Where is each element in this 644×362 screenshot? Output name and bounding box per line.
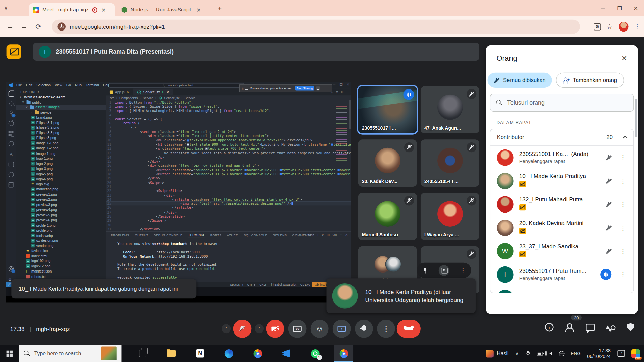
- chrome-active-button[interactable]: [334, 345, 353, 362]
- tile-participant[interactable]: 20. Kadek Dev...: [358, 139, 417, 187]
- network-icon[interactable]: [559, 351, 564, 356]
- file-row[interactable]: image 1.png: [16, 151, 106, 156]
- captions-button[interactable]: cc: [288, 320, 307, 338]
- participant-options-icon[interactable]: ⋮: [620, 154, 626, 161]
- split-editor-icon[interactable]: ◫: [341, 90, 343, 94]
- explorer-icon[interactable]: [9, 91, 14, 97]
- tile-participant[interactable]: I Wayan Arya ...: [421, 193, 479, 240]
- code-editor[interactable]: 1import Button from "../Button/Button"; …: [106, 100, 351, 231]
- back-button[interactable]: ←: [3, 22, 17, 31]
- file-row[interactable]: Ellipse 3-2.png: [16, 125, 106, 130]
- menu-item[interactable]: View: [55, 83, 62, 87]
- participant-options-icon[interactable]: ⋮: [620, 200, 626, 208]
- menu-item[interactable]: Selection: [36, 83, 51, 87]
- tile-participant[interactable]: 2405551054 I ...: [421, 139, 479, 187]
- status-language[interactable]: { } Babel JavaScript: [269, 283, 298, 286]
- search-icon[interactable]: [9, 101, 13, 105]
- tab-search-chevron-icon[interactable]: ∨: [4, 5, 8, 11]
- participant-options-icon[interactable]: ⋮: [620, 224, 626, 231]
- file-row[interactable]: tools.webp: [16, 233, 106, 238]
- kill-terminal-icon[interactable]: ⌫: [333, 233, 337, 237]
- site-mic-icon[interactable]: [57, 22, 65, 31]
- azure-icon[interactable]: A: [9, 152, 14, 157]
- tile-participant[interactable]: 47_Anak Agun...: [421, 86, 479, 133]
- file-row[interactable]: preview6.png: [16, 218, 106, 223]
- file-row[interactable]: logo-3.png: [16, 166, 106, 171]
- split-terminal-icon[interactable]: ◫: [327, 233, 330, 237]
- contributors-header[interactable]: Kontributor 20: [490, 129, 633, 146]
- terminal-dropdown-icon[interactable]: ∨: [322, 233, 324, 237]
- status-spaces[interactable]: Spaces: 4: [228, 283, 245, 286]
- panel-tab[interactable]: PORTS: [210, 233, 222, 238]
- participant-options-icon[interactable]: ⋮: [620, 271, 626, 278]
- status-eol[interactable]: CRLF: [257, 283, 269, 286]
- status-golive[interactable]: Go Live: [298, 283, 312, 286]
- participant-row[interactable]: I 2305551017 I Putu Ram... ⋮: [490, 286, 633, 293]
- maximize-panel-icon[interactable]: ⌃: [340, 233, 342, 237]
- menu-item[interactable]: File: [16, 83, 22, 87]
- news-widget[interactable]: Hasil: [486, 350, 508, 357]
- tray-mic-icon[interactable]: [525, 351, 530, 356]
- history-icon[interactable]: ◷: [336, 90, 338, 94]
- pin-icon[interactable]: [422, 267, 428, 273]
- file-row[interactable]: image 1-1.png: [16, 140, 106, 145]
- drag-grip-icon[interactable]: ⣿: [241, 86, 243, 90]
- browser-tab-nodejs[interactable]: Node.js — Run JavaScript Every ✕: [117, 3, 210, 16]
- url-bar[interactable]: meet.google.com/mgh-frap-xqz?pli=1: [52, 20, 580, 34]
- mic-options-chevron[interactable]: ⌃: [222, 324, 231, 333]
- minimize-button[interactable]: ─: [595, 5, 611, 11]
- language-indicator[interactable]: ENG: [571, 351, 581, 356]
- panel-tab[interactable]: PROBLEMS: [111, 233, 129, 238]
- panel-scrollbar[interactable]: [635, 99, 637, 137]
- chat-button[interactable]: [586, 324, 595, 331]
- browser-menu-icon[interactable]: ⋮: [634, 23, 641, 31]
- vscode-minimize-icon[interactable]: ─: [333, 83, 336, 86]
- file-row[interactable]: logo192.png: [16, 258, 106, 263]
- file-row[interactable]: profile-1.png: [16, 223, 106, 228]
- menu-item[interactable]: Go: [66, 83, 71, 87]
- stop-sharing-button[interactable]: Stop Sharing: [295, 86, 314, 90]
- file-row[interactable]: logo-6.png: [16, 177, 106, 182]
- close-panel-icon[interactable]: ✕: [620, 53, 629, 65]
- recorder-app-icon[interactable]: PRE: [631, 349, 640, 358]
- tile-presenter[interactable]: 2305551017 I ...: [358, 86, 417, 133]
- participant-row[interactable]: 10_ I Made Kerta Praditya ⋮: [490, 169, 633, 192]
- file-row[interactable]: preview5.png: [16, 213, 106, 218]
- file-row[interactable]: robots.txt: [16, 274, 106, 279]
- taskbar-search[interactable]: Type here to search: [19, 345, 121, 362]
- editor-scrollbar[interactable]: [349, 100, 351, 129]
- file-row[interactable]: profile.png: [16, 228, 106, 233]
- menu-item[interactable]: Run: [75, 83, 82, 87]
- close-panel-icon[interactable]: ✕: [345, 233, 348, 237]
- vscode-button[interactable]: [277, 345, 296, 362]
- present-button[interactable]: ↑: [333, 320, 351, 338]
- vscode-search-box[interactable]: workshop-teachart: [109, 83, 244, 87]
- activities-button[interactable]: [606, 324, 615, 331]
- panel-tab[interactable]: DEBUG CONSOLE: [154, 233, 182, 238]
- host-controls-button[interactable]: [627, 323, 634, 331]
- battery-icon[interactable]: [537, 352, 543, 355]
- file-row[interactable]: preview1.png: [16, 192, 106, 197]
- file-row[interactable]: logo-1.png: [16, 156, 106, 161]
- reactions-button[interactable]: ☺: [311, 320, 329, 338]
- explorer-more-icon[interactable]: ⋯: [99, 90, 102, 94]
- participant-row[interactable]: 2305551001 I Ka...(Anda) Penyelenggara r…: [490, 146, 633, 169]
- participant-row[interactable]: 20. Kadek Devina Martini ⋮: [490, 216, 633, 239]
- source-control-icon[interactable]: 7: [9, 110, 14, 116]
- reload-button[interactable]: ⟳: [31, 22, 45, 31]
- file-row[interactable]: Ellipse 3-3.png: [16, 130, 106, 135]
- close-tab-icon[interactable]: ✕: [196, 6, 202, 13]
- database-icon[interactable]: [9, 182, 14, 188]
- participant-options-icon[interactable]: ⋮: [620, 247, 626, 255]
- folder-assets-images[interactable]: ∨assets \ images: [16, 105, 106, 110]
- mic-toggle-button[interactable]: [233, 320, 252, 338]
- bookmark-star-icon[interactable]: ☆: [606, 22, 613, 31]
- accounts-icon[interactable]: [9, 266, 14, 272]
- forward-button[interactable]: →: [17, 22, 31, 31]
- whatsapp-button[interactable]: 9: [306, 345, 324, 362]
- browser-tab-meet[interactable]: Meet - mgh-frap-xqz ✕: [29, 3, 115, 16]
- file-row[interactable]: Ellipse 3-1.png: [16, 120, 106, 125]
- file-row[interactable]: vendor.png: [16, 243, 106, 248]
- file-row[interactable]: logo.svg: [16, 182, 106, 187]
- clock[interactable]: 17:38 06/10/2024: [587, 348, 610, 359]
